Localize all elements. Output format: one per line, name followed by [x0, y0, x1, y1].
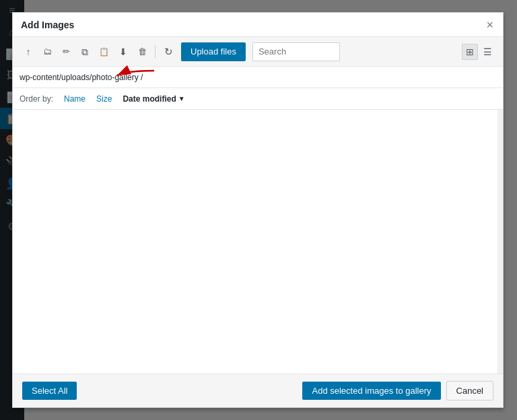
search-input[interactable] — [252, 42, 340, 61]
pencil-icon: ✏ — [63, 47, 70, 56]
modal-toolbar: ↑ 🗂 ✏ ⧉ 📋 ⬇ 🗑 ↻ Uplo — [13, 37, 503, 67]
download-icon: ⬇ — [119, 47, 127, 57]
path-bar: wp-content/uploads/photo-gallery / — [13, 67, 503, 88]
sort-arrow-icon: ▼ — [178, 95, 185, 102]
order-by-name[interactable]: Name — [59, 93, 91, 105]
grid-view-button[interactable]: ⊞ — [462, 44, 478, 60]
toolbar-separator — [155, 45, 156, 59]
order-date-label: Date modified — [123, 94, 176, 104]
trash-icon: 🗑 — [138, 47, 147, 56]
delete-button[interactable]: 🗑 — [133, 43, 151, 61]
up-icon: ↑ — [26, 47, 31, 57]
order-bar: Order by: Name Size Date modified ▼ — [13, 88, 503, 110]
footer-right: Add selected images to gallery Cancel — [302, 381, 493, 400]
download-button[interactable]: ⬇ — [114, 43, 132, 61]
list-icon: ☰ — [483, 46, 492, 57]
copy-button[interactable]: ⧉ — [76, 43, 94, 61]
grid-icon: ⊞ — [466, 46, 474, 57]
scrollbar-track — [497, 110, 503, 374]
order-by-date[interactable]: Date modified ▼ — [117, 93, 190, 105]
paste-icon: 📋 — [99, 48, 109, 56]
current-path: wp-content/uploads/photo-gallery / — [20, 73, 143, 82]
order-by-label: Order by: — [20, 94, 53, 104]
order-by-size[interactable]: Size — [91, 93, 117, 105]
add-to-gallery-button[interactable]: Add selected images to gallery — [302, 382, 440, 400]
new-folder-button[interactable]: 🗂 — [38, 43, 56, 61]
upload-files-button[interactable]: Upload files — [181, 42, 246, 61]
paste-button[interactable]: 📋 — [95, 43, 113, 61]
modal-overlay: Add Images × ↑ 🗂 ✏ ⧉ 📋 ⬇ 🗑 — [0, 0, 517, 420]
modal-footer: Select All Add selected images to galler… — [13, 374, 503, 407]
list-view-button[interactable]: ☰ — [479, 44, 496, 60]
cancel-button[interactable]: Cancel — [446, 381, 493, 400]
up-button[interactable]: ↑ — [20, 43, 37, 61]
modal-header: Add Images × — [13, 13, 503, 37]
refresh-icon: ↻ — [164, 46, 173, 57]
copy-icon: ⧉ — [81, 47, 88, 57]
add-images-modal: Add Images × ↑ 🗂 ✏ ⧉ 📋 ⬇ 🗑 — [12, 12, 504, 408]
select-all-button[interactable]: Select All — [22, 382, 77, 400]
file-browser[interactable] — [13, 110, 503, 374]
rename-button[interactable]: ✏ — [57, 43, 75, 61]
folder-icon: 🗂 — [43, 47, 52, 56]
close-button[interactable]: × — [485, 19, 495, 31]
modal-title: Add Images — [21, 20, 74, 30]
footer-left: Select All — [22, 382, 77, 400]
refresh-button[interactable]: ↻ — [160, 43, 177, 61]
view-toggle: ⊞ ☰ — [462, 44, 496, 60]
